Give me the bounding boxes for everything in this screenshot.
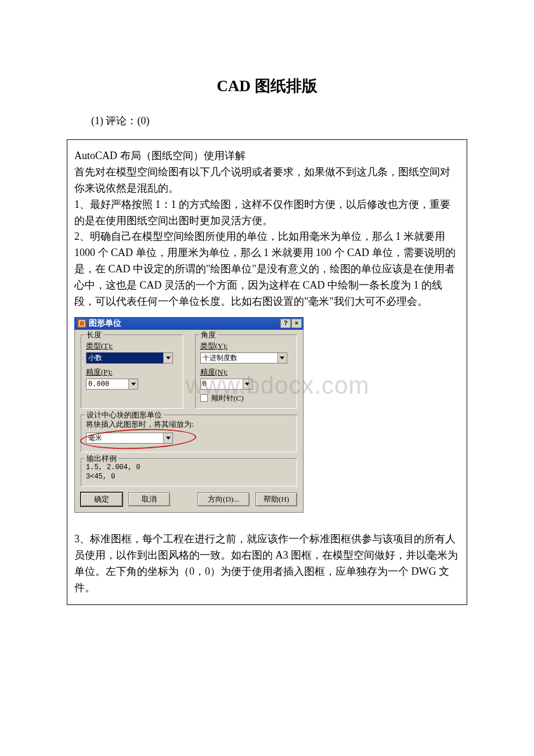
help-button[interactable]: 帮助(H) <box>255 492 297 506</box>
output-line-2: 3<45, 0 <box>86 473 292 482</box>
paragraph-3: 1、最好严格按照 1：1 的方式绘图，这样不仅作图时方便，以后修改也方便，重要的… <box>74 197 460 229</box>
length-group-title: 长度 <box>85 330 103 340</box>
insert-units-title: 设计中心块的图形单位 <box>85 410 164 420</box>
length-type-value: 小数 <box>86 352 163 363</box>
circled-select-wrapper: 毫米 <box>86 433 173 447</box>
output-sample-group: 输出样例 1.5, 2.004, 0 3<45, 0 <box>81 458 297 487</box>
output-line-1: 1.5, 2.004, 0 <box>86 463 292 473</box>
content-box: AutoCAD 布局（图纸空间）使用详解 首先对在模型空间绘图有以下几个说明或者… <box>67 139 467 605</box>
output-sample-title: 输出样例 <box>85 453 118 464</box>
dialog-body: 长度 类型(T): 小数 精度(P): 0.000 角度 <box>74 330 304 513</box>
dropdown-arrow-icon <box>128 379 138 389</box>
document-page: CAD 图纸排版 (1) 评论：(0) AutoCAD 布局（图纸空间）使用详解… <box>0 0 534 628</box>
insert-units-hint: 将块插入此图形时，将其缩放为: <box>86 420 292 430</box>
ok-button[interactable]: 确定 <box>81 492 122 506</box>
insert-units-select[interactable]: 毫米 <box>86 433 173 444</box>
paragraph-4: 2、明确自己在模型空间绘图所使用的单位，比如用毫米为单位，那么 1 米就要用 1… <box>74 229 460 309</box>
angle-type-value: 十进制度数 <box>201 352 277 363</box>
insert-units-group: 设计中心块的图形单位 将块插入此图形时，将其缩放为: 毫米 <box>81 415 297 452</box>
meta-comments: (1) 评论：(0) <box>91 114 467 128</box>
dropdown-arrow-icon <box>163 353 172 363</box>
paragraph-1: AutoCAD 布局（图纸空间）使用详解 <box>74 148 460 164</box>
dialog-footer: 确定 取消 方向(D)... 帮助(H) <box>81 492 297 506</box>
length-type-label: 类型(T): <box>86 341 178 351</box>
clockwise-checkbox[interactable] <box>200 394 208 402</box>
dialog-help-button[interactable]: ? <box>280 319 291 328</box>
angle-type-select[interactable]: 十进制度数 <box>200 352 287 363</box>
clockwise-label: 顺时针(C) <box>211 393 244 404</box>
insert-units-value: 毫米 <box>86 433 163 444</box>
dropdown-arrow-icon <box>163 433 172 443</box>
dropdown-arrow-icon <box>277 353 287 363</box>
length-precision-select[interactable]: 0.000 <box>86 379 138 390</box>
dropdown-arrow-icon <box>243 379 252 389</box>
page-title: CAD 图纸排版 <box>67 75 467 96</box>
length-group: 长度 类型(T): 小数 精度(P): 0.000 <box>81 334 183 409</box>
angle-type-label: 类型(Y): <box>200 341 293 351</box>
angle-precision-value: 0 <box>201 379 243 388</box>
clockwise-checkbox-row[interactable]: 顺时针(C) <box>200 393 293 404</box>
dialog-close-button[interactable]: × <box>291 319 302 328</box>
paragraph-2: 首先对在模型空间绘图有以下几个说明或者要求，如果做不到这几条，图纸空间对你来说依… <box>74 164 460 197</box>
length-type-select[interactable]: 小数 <box>86 352 173 363</box>
dialog-title: 图形单位 <box>89 318 121 329</box>
dialog-icon <box>77 319 86 328</box>
paragraph-5: 3、标准图框，每个工程在进行之前，就应该作一个标准图框供参与该项目的所有人员使用… <box>74 531 460 596</box>
length-precision-label: 精度(P): <box>86 367 178 377</box>
angle-group-title: 角度 <box>199 330 218 340</box>
dialog-titlebar: 图形单位 ? × <box>74 317 304 330</box>
direction-button[interactable]: 方向(D)... <box>197 492 250 506</box>
angle-group: 角度 类型(Y): 十进制度数 精度(N): 0 <box>195 334 298 409</box>
length-precision-value: 0.000 <box>86 379 128 388</box>
drawing-units-dialog: 图形单位 ? × 长度 类型(T): 小数 精度(P): <box>74 317 304 513</box>
angle-precision-label: 精度(N): <box>200 367 293 377</box>
angle-precision-select[interactable]: 0 <box>200 379 252 390</box>
cancel-button[interactable]: 取消 <box>128 492 170 506</box>
